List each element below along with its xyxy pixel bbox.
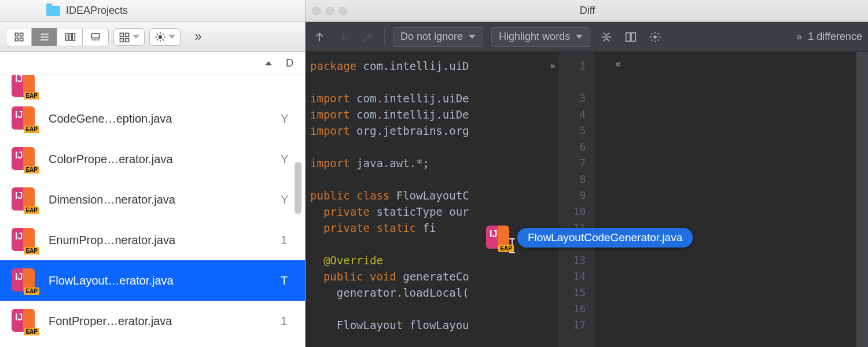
diff-body: package com.intellij.uiD import com.inte… bbox=[306, 52, 868, 347]
sort-ascending-icon bbox=[265, 61, 272, 65]
intellij-file-icon: IJEAP bbox=[10, 146, 37, 172]
group-by-button[interactable] bbox=[113, 28, 145, 46]
intellij-file-icon: IJEAP bbox=[10, 308, 37, 334]
finder-title: IDEAProjects bbox=[66, 5, 128, 17]
svg-rect-16 bbox=[120, 38, 124, 42]
file-name: ColorPrope…erator.java bbox=[49, 153, 269, 166]
ignore-combo-label: Do not ignore bbox=[400, 31, 463, 43]
svg-rect-30 bbox=[626, 32, 630, 41]
folder-icon bbox=[46, 6, 60, 16]
svg-rect-17 bbox=[126, 38, 129, 42]
intellij-file-icon: IJ EAP bbox=[10, 81, 37, 98]
diff-title: Diff bbox=[353, 5, 868, 17]
chevron-down-icon bbox=[133, 35, 139, 39]
finder-titlebar[interactable]: IDEAProjects bbox=[0, 0, 305, 22]
expand-icon: » bbox=[796, 31, 802, 43]
expand-marker-icon[interactable]: » bbox=[550, 58, 556, 74]
file-row[interactable]: IJEAP EnumProp…nerator.java 1 bbox=[0, 220, 305, 260]
svg-rect-2 bbox=[15, 38, 18, 40]
file-row[interactable]: IJ EAP bbox=[0, 75, 305, 98]
finder-toolbar bbox=[0, 22, 305, 52]
svg-line-25 bbox=[157, 39, 158, 40]
svg-line-24 bbox=[163, 39, 164, 40]
svg-rect-31 bbox=[631, 32, 635, 41]
svg-line-39 bbox=[652, 39, 653, 40]
chevron-down-icon bbox=[469, 35, 476, 39]
view-list-button[interactable] bbox=[32, 28, 57, 46]
close-traffic-light[interactable] bbox=[312, 7, 321, 15]
chevron-down-icon bbox=[168, 35, 175, 39]
zoom-traffic-light[interactable] bbox=[339, 7, 347, 15]
column-header-row[interactable]: D bbox=[0, 52, 305, 75]
file-meta: T bbox=[281, 274, 295, 287]
column-header-trailing: D bbox=[286, 57, 293, 69]
chevron-down-icon bbox=[576, 35, 583, 39]
diff-window: Diff Do not ignore Highlight words » 1 d… bbox=[306, 0, 868, 347]
svg-rect-7 bbox=[65, 34, 68, 40]
view-gallery-button[interactable] bbox=[83, 28, 108, 46]
right-code-pane[interactable]: « bbox=[594, 52, 856, 347]
file-meta: Y bbox=[281, 153, 295, 166]
scrollbar-thumb[interactable] bbox=[295, 162, 301, 214]
file-name: CodeGene…eption.java bbox=[49, 112, 269, 125]
intellij-file-icon: IJEAP bbox=[10, 186, 37, 213]
svg-line-23 bbox=[157, 34, 158, 35]
svg-point-32 bbox=[653, 35, 657, 39]
file-row[interactable]: IJEAP FlowLayout…erator.java T bbox=[0, 260, 305, 301]
diff-count: » 1 difference bbox=[796, 31, 862, 43]
next-diff-button[interactable] bbox=[336, 29, 352, 45]
toolbar-overflow-button[interactable] bbox=[185, 28, 211, 46]
file-row[interactable]: IJEAP Dimension…nerator.java Y bbox=[0, 179, 305, 220]
file-meta: Y bbox=[281, 193, 295, 206]
highlight-mode-combo[interactable]: Highlight words bbox=[491, 27, 590, 47]
svg-rect-9 bbox=[72, 34, 75, 40]
file-name: Dimension…nerator.java bbox=[49, 193, 269, 206]
svg-line-40 bbox=[658, 33, 659, 34]
collapse-marker-icon[interactable]: « bbox=[615, 58, 621, 70]
file-name: FlowLayout…erator.java bbox=[49, 274, 269, 287]
svg-rect-0 bbox=[15, 33, 18, 36]
separator bbox=[384, 29, 385, 45]
diff-scrollbar[interactable] bbox=[856, 52, 868, 347]
file-row[interactable]: IJEAP CodeGene…eption.java Y bbox=[0, 98, 305, 139]
view-mode-group bbox=[6, 28, 109, 46]
line-number-gutter[interactable]: » 1 34567891011121314151617 bbox=[560, 52, 594, 347]
settings-button[interactable] bbox=[647, 29, 663, 45]
prev-diff-button[interactable] bbox=[311, 29, 328, 45]
diff-titlebar[interactable]: Diff bbox=[306, 0, 868, 22]
minimize-traffic-light[interactable] bbox=[326, 7, 334, 15]
svg-line-26 bbox=[163, 34, 164, 35]
svg-rect-1 bbox=[20, 33, 23, 36]
file-meta: Y bbox=[281, 112, 295, 125]
intellij-file-icon: IJEAP bbox=[10, 227, 37, 253]
ignore-whitespace-combo[interactable]: Do not ignore bbox=[393, 27, 483, 47]
collapse-unchanged-button[interactable] bbox=[598, 29, 615, 45]
svg-line-38 bbox=[658, 39, 659, 40]
svg-rect-15 bbox=[126, 33, 129, 36]
file-meta: 1 bbox=[281, 234, 295, 247]
view-icon-button[interactable] bbox=[6, 28, 32, 46]
svg-line-37 bbox=[652, 33, 653, 34]
view-columns-button[interactable] bbox=[57, 28, 83, 46]
svg-point-18 bbox=[159, 35, 163, 39]
highlight-combo-label: Highlight words bbox=[499, 31, 570, 43]
text-cursor-icon bbox=[512, 238, 513, 253]
svg-rect-8 bbox=[69, 34, 71, 40]
left-code-pane[interactable]: package com.intellij.uiD import com.inte… bbox=[306, 52, 560, 347]
diff-count-label: 1 difference bbox=[808, 31, 862, 43]
file-name: EnumProp…nerator.java bbox=[49, 234, 269, 247]
intellij-file-icon: IJEAP bbox=[10, 267, 37, 294]
sync-scroll-button[interactable] bbox=[623, 29, 639, 45]
svg-rect-10 bbox=[91, 34, 99, 38]
svg-rect-14 bbox=[120, 33, 124, 36]
diff-toolbar: Do not ignore Highlight words » 1 differ… bbox=[306, 22, 868, 52]
file-list[interactable]: IJ EAP IJEAP CodeGene…eption.java Y IJEA… bbox=[0, 75, 305, 347]
intellij-file-icon: IJEAP bbox=[10, 105, 37, 132]
edit-button[interactable] bbox=[360, 29, 376, 45]
file-row[interactable]: IJEAP ColorPrope…erator.java Y bbox=[0, 139, 305, 179]
svg-rect-3 bbox=[20, 38, 23, 40]
file-row[interactable]: IJEAP FontProper…erator.java 1 bbox=[0, 301, 305, 341]
action-menu-button[interactable] bbox=[149, 28, 181, 46]
file-meta: 1 bbox=[281, 315, 295, 328]
window-controls[interactable] bbox=[312, 7, 347, 15]
